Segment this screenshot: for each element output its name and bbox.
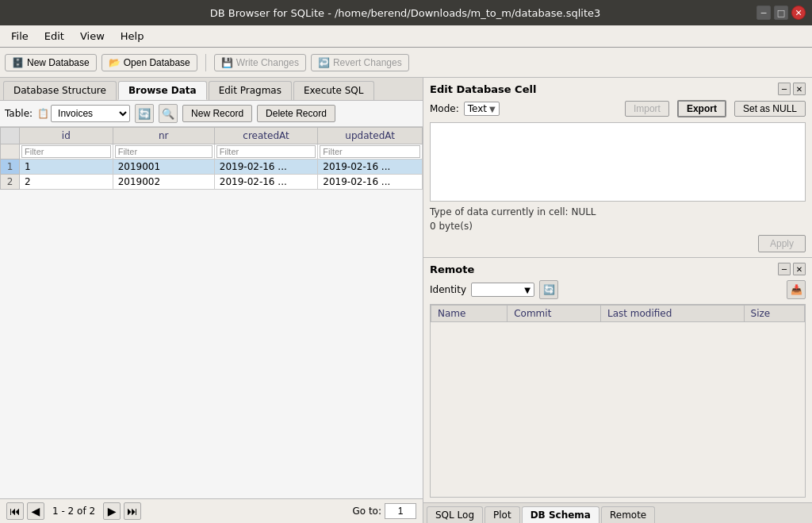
remote-col-commit[interactable]: Commit	[508, 306, 601, 322]
remote-download-button[interactable]: 📥	[787, 280, 806, 299]
row-2-id[interactable]: 2	[20, 175, 113, 190]
menu-edit[interactable]: Edit	[36, 29, 72, 44]
identity-arrow: ▼	[524, 286, 530, 294]
apply-button[interactable]: Apply	[758, 235, 806, 252]
remote-table-wrap: Name Commit Last modified Size	[430, 304, 806, 498]
mode-select-arrow: ▼	[489, 105, 496, 113]
row-2-createdat[interactable]: 2019-02-16 ...	[214, 175, 318, 190]
prev-page-button[interactable]: ◀	[27, 502, 44, 520]
menubar: File Edit View Help	[0, 25, 812, 48]
row-1-createdat[interactable]: 2019-02-16 ...	[214, 160, 318, 175]
tab-browse-data[interactable]: Browse Data	[118, 81, 207, 100]
filter-button[interactable]: 🔍	[159, 104, 178, 123]
tab-execute-sql[interactable]: Execute SQL	[293, 81, 374, 100]
remote-min-button[interactable]: ─	[778, 263, 791, 275]
row-2-num: 2	[1, 175, 20, 190]
row-1-id[interactable]: 1	[20, 160, 113, 175]
new-database-button[interactable]: 🗄️ New Database	[5, 54, 97, 71]
set-null-button[interactable]: Set as NULL	[734, 101, 806, 117]
tab-remote[interactable]: Remote	[601, 506, 655, 523]
remote-header-row: Name Commit Last modified Size	[431, 306, 805, 322]
last-page-button[interactable]: ⏭	[124, 502, 141, 520]
goto-label: Go to:	[352, 506, 381, 517]
col-header-id[interactable]: id	[20, 128, 113, 144]
filter-id-input[interactable]	[21, 145, 111, 158]
revert-changes-button[interactable]: ↩️ Revert Changes	[311, 54, 409, 71]
left-panel: Database Structure Browse Data Edit Prag…	[0, 78, 423, 523]
table-row[interactable]: 2 2 2019002 2019-02-16 ... 2019-02-16 ..…	[1, 175, 423, 190]
col-header-updatedat[interactable]: updatedAt	[318, 128, 423, 144]
cell-info: Type of data currently in cell: NULL	[430, 206, 806, 217]
table-select[interactable]: Invoices	[51, 105, 130, 122]
revert-changes-icon: ↩️	[318, 57, 330, 68]
browse-toolbar: Table: 📋 Invoices 🔄 🔍 New Record Delete …	[0, 101, 423, 127]
identity-select[interactable]: ▼	[471, 283, 534, 297]
remote-panel: Remote ─ ✕ Identity ▼ 🔄 📥	[423, 258, 812, 502]
mode-select-text: Text	[468, 103, 487, 114]
refresh-table-button[interactable]: 🔄	[135, 104, 154, 123]
remote-close-button[interactable]: ✕	[793, 263, 806, 275]
filter-updatedat-input[interactable]	[320, 145, 420, 158]
titlebar: DB Browser for SQLite - /home/berend/Dow…	[0, 0, 812, 25]
tab-database-structure[interactable]: Database Structure	[3, 81, 117, 100]
menu-view[interactable]: View	[72, 29, 113, 44]
row-2-updatedat[interactable]: 2019-02-16 ...	[318, 175, 423, 190]
minimize-button[interactable]: ─	[756, 6, 771, 20]
row-1-nr[interactable]: 2019001	[113, 160, 214, 175]
close-button[interactable]: ✕	[791, 6, 806, 20]
filter-nr-cell	[113, 144, 214, 160]
col-header-nr[interactable]: nr	[113, 128, 214, 144]
import-button[interactable]: Import	[625, 101, 669, 117]
toolbar-separator	[205, 54, 206, 71]
write-changes-icon: 💾	[221, 57, 233, 68]
tab-db-schema[interactable]: DB Schema	[522, 506, 599, 523]
identity-value	[475, 284, 523, 295]
menu-help[interactable]: Help	[113, 29, 152, 44]
edit-cell-min-button[interactable]: ─	[778, 83, 791, 95]
remote-col-lastmodified[interactable]: Last modified	[600, 306, 744, 322]
filter-row	[1, 144, 423, 160]
filter-createdat-cell	[214, 144, 318, 160]
first-page-button[interactable]: ⏮	[6, 502, 24, 520]
tab-edit-pragmas[interactable]: Edit Pragmas	[209, 81, 292, 100]
right-panel: Edit Database Cell ─ ✕ Mode: Text ▼ Impo…	[423, 78, 812, 523]
main-tab-bar: Database Structure Browse Data Edit Prag…	[0, 78, 423, 101]
edit-cell-close-button[interactable]: ✕	[793, 83, 806, 95]
col-header-createdat[interactable]: createdAt	[214, 128, 318, 144]
tab-sql-log[interactable]: SQL Log	[427, 506, 483, 523]
write-changes-button[interactable]: 💾 Write Changes	[214, 54, 306, 71]
next-page-button[interactable]: ▶	[103, 502, 121, 520]
open-database-icon: 📂	[109, 57, 121, 68]
remote-header: Remote ─ ✕	[430, 263, 806, 275]
tab-plot[interactable]: Plot	[485, 506, 520, 523]
mode-row: Mode: Text ▼ Import Export Set as NULL	[430, 100, 806, 117]
goto-input[interactable]: 1	[385, 503, 416, 519]
delete-record-button[interactable]: Delete Record	[257, 105, 335, 122]
remote-refresh-button[interactable]: 🔄	[539, 280, 558, 299]
row-1-updatedat[interactable]: 2019-02-16 ...	[318, 160, 423, 175]
identity-label: Identity	[430, 284, 466, 295]
filter-createdat-input[interactable]	[216, 145, 316, 158]
export-button[interactable]: Export	[677, 100, 726, 117]
edit-cell-header: Edit Database Cell ─ ✕	[430, 83, 806, 95]
page-info: 1 - 2 of 2	[52, 506, 95, 517]
table-select-wrap: 📋 Invoices	[37, 105, 130, 122]
remote-col-name[interactable]: Name	[431, 306, 508, 322]
table-row[interactable]: 1 1 2019001 2019-02-16 ... 2019-02-16 ..…	[1, 160, 423, 175]
mode-select-wrap[interactable]: Text ▼	[464, 102, 500, 116]
new-database-label: New Database	[27, 57, 90, 68]
row-2-nr[interactable]: 2019002	[113, 175, 214, 190]
bottom-tab-bar: SQL Log Plot DB Schema Remote	[423, 502, 812, 523]
titlebar-title: DB Browser for SQLite - /home/berend/Dow…	[54, 7, 756, 19]
open-database-button[interactable]: 📂 Open Database	[102, 54, 197, 71]
menu-file[interactable]: File	[3, 29, 36, 44]
identity-row: Identity ▼ 🔄 📥	[430, 280, 806, 299]
filter-rownum	[1, 144, 20, 160]
main-toolbar: 🗄️ New Database 📂 Open Database 💾 Write …	[0, 48, 812, 78]
table-icon: 📋	[37, 108, 49, 119]
maximize-button[interactable]: □	[774, 6, 788, 20]
remote-col-size[interactable]: Size	[744, 306, 804, 322]
new-record-button[interactable]: New Record	[182, 105, 252, 122]
cell-editor[interactable]	[430, 122, 806, 202]
filter-nr-input[interactable]	[115, 145, 213, 158]
